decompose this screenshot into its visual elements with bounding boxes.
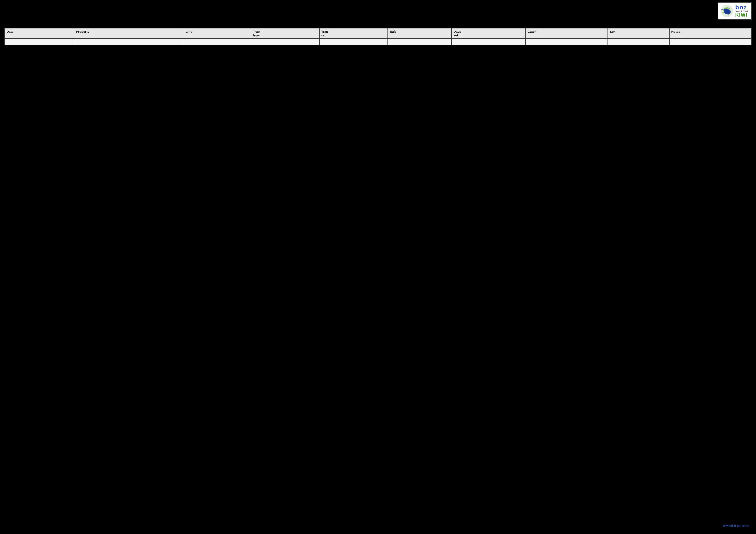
cell-bait: [388, 38, 451, 45]
page-container: bnz SAVE THE KIWI Date Property Line Tra…: [0, 0, 756, 534]
table-header-row: Date Property Line Traptype Trapno. Bait…: [5, 28, 751, 38]
col-trap-no: Trapno.: [319, 28, 388, 38]
cell-catch: [526, 38, 608, 45]
kiwi-icon: [721, 5, 734, 17]
col-days-set: Daysset: [451, 28, 526, 38]
cell-line: [184, 38, 251, 45]
col-property: Property: [74, 28, 184, 38]
col-date: Date: [5, 28, 74, 38]
table-container: Date Property Line Traptype Trapno. Bait…: [4, 28, 752, 45]
svg-point-2: [724, 9, 727, 12]
logo-text-group: bnz SAVE THE KIWI: [735, 4, 749, 17]
footer-email-link[interactable]: kiwendi@xtra.co.nz: [723, 524, 749, 527]
logo-kiwi-text: KIWI: [735, 13, 747, 17]
cell-days-set: [451, 38, 526, 45]
col-catch: Catch: [526, 28, 608, 38]
cell-trap-type: [251, 38, 319, 45]
logo-bnz-text: bnz: [735, 4, 747, 10]
col-bait: Bait: [388, 28, 451, 38]
cell-date: [5, 38, 74, 45]
cell-notes: [669, 38, 751, 45]
col-trap-type: Traptype: [251, 28, 319, 38]
cell-trap-no: [319, 38, 388, 45]
col-notes: Notes: [669, 28, 751, 38]
svg-point-3: [725, 9, 725, 10]
logo-container: bnz SAVE THE KIWI: [717, 2, 752, 20]
data-table: Date Property Line Traptype Trapno. Bait…: [4, 28, 752, 45]
table-row: [5, 38, 751, 45]
cell-property: [74, 38, 184, 45]
col-sex: Sex: [608, 28, 669, 38]
cell-sex: [608, 38, 669, 45]
col-line: Line: [184, 28, 251, 38]
